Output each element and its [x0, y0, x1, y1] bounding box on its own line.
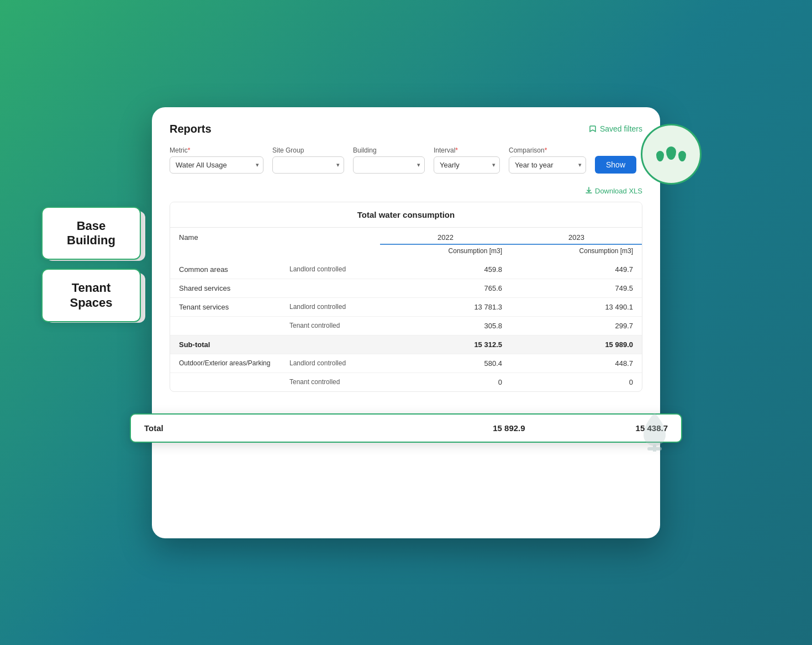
table-title: Total water consumption	[170, 202, 642, 228]
site-group-label: Site Group	[272, 146, 344, 154]
header-row: Reports Saved filters	[170, 123, 642, 135]
metric-select[interactable]: Water All Usage Electricity Usage Gas Us…	[170, 156, 263, 174]
row-sub	[281, 279, 380, 297]
table-row: Common areas Landlord controlled 459.8 4…	[170, 260, 642, 279]
year-2023-header: 2023	[511, 228, 642, 244]
consumption-table: Name 2022 2023 Consumption [m3] Consumpt…	[170, 228, 642, 391]
download-icon	[585, 187, 593, 195]
total-bar: Total 15 892.9 15 438.7	[130, 413, 682, 443]
row-val-2023: 0	[511, 373, 642, 391]
metric-filter-group: Metric* Water All Usage Electricity Usag…	[170, 146, 263, 174]
saved-filters-button[interactable]: Saved filters	[589, 124, 642, 133]
total-label: Total	[144, 423, 493, 433]
consumption-2022-header: Consumption [m3]	[380, 244, 511, 260]
row-name	[170, 316, 281, 335]
building-select-wrapper[interactable]	[353, 156, 425, 174]
row-val-2023: 449.7	[511, 260, 642, 279]
download-xls-button[interactable]: Download XLS	[585, 187, 642, 195]
download-row: Download XLS	[170, 187, 642, 195]
name-sub-header	[170, 244, 281, 260]
row-val-2022: 765.6	[380, 279, 511, 297]
row-val-2022: 305.8	[380, 316, 511, 335]
page-title: Reports	[170, 123, 212, 135]
total-2022: 15 892.9	[493, 423, 525, 433]
comparison-filter-group: Comparison* Year to year None	[509, 146, 586, 174]
water-drop-2	[666, 146, 676, 160]
water-icon-circle	[641, 124, 702, 185]
row-val-2023: 13 490.1	[511, 297, 642, 316]
site-group-select[interactable]	[272, 156, 344, 174]
row-val-2023: 448.7	[511, 354, 642, 373]
table-row: Tenant controlled 0 0	[170, 373, 642, 391]
name-col-header: Name	[170, 228, 380, 244]
row-sub: Landlord controlled	[281, 354, 380, 373]
interval-filter-group: Interval* Yearly Monthly Quarterly	[434, 146, 500, 174]
tenant-spaces-card[interactable]: Tenant Spaces	[41, 269, 141, 322]
row-name: Tenant services	[170, 297, 281, 316]
year-2022-header: 2022	[380, 228, 511, 244]
table-row: Outdoor/Exterior areas/Parking Landlord …	[170, 354, 642, 373]
filters-row: Metric* Water All Usage Electricity Usag…	[170, 146, 642, 174]
comparison-select[interactable]: Year to year None	[509, 156, 586, 174]
sub-header	[281, 244, 380, 260]
interval-select[interactable]: Yearly Monthly Quarterly	[434, 156, 500, 174]
subtotal-label: Sub-total	[170, 335, 281, 354]
tenant-spaces-label: Tenant Spaces	[70, 281, 112, 309]
base-building-label: Base Building	[67, 219, 115, 247]
row-name: Shared services	[170, 279, 281, 297]
row-name: Outdoor/Exterior areas/Parking	[170, 354, 281, 373]
row-val-2022: 0	[380, 373, 511, 391]
table-row: Tenant services Landlord controlled 13 7…	[170, 297, 642, 316]
building-label: Building	[353, 146, 425, 154]
water-drop-1	[656, 151, 664, 161]
show-button[interactable]: Show	[595, 156, 636, 174]
site-group-select-wrapper[interactable]	[272, 156, 344, 174]
tenant-spaces-card-wrap: Tenant Spaces	[41, 269, 141, 322]
data-table-section: Total water consumption Name 2022 2023	[170, 202, 642, 392]
table-row: Tenant controlled 305.8 299.7	[170, 316, 642, 335]
table-row: Shared services 765.6 749.5	[170, 279, 642, 297]
building-select[interactable]	[353, 156, 425, 174]
metric-label: Metric*	[170, 146, 263, 154]
row-sub: Tenant controlled	[281, 316, 380, 335]
base-building-card[interactable]: Base Building	[41, 207, 141, 260]
subtotal-2023: 15 989.0	[511, 335, 642, 354]
col-header-row: Consumption [m3] Consumption [m3]	[170, 244, 642, 260]
comparison-select-wrapper[interactable]: Year to year None	[509, 156, 586, 174]
row-sub: Landlord controlled	[281, 260, 380, 279]
row-val-2022: 580.4	[380, 354, 511, 373]
row-name	[170, 373, 281, 391]
popout-container: Base Building Tenant Spaces	[41, 207, 141, 323]
metric-select-wrapper[interactable]: Water All Usage Electricity Usage Gas Us…	[170, 156, 263, 174]
bookmark-icon	[589, 125, 597, 133]
row-val-2023: 299.7	[511, 316, 642, 335]
row-sub: Tenant controlled	[281, 373, 380, 391]
water-drop-3	[678, 151, 686, 161]
row-val-2023: 749.5	[511, 279, 642, 297]
subtotal-2022: 15 312.5	[380, 335, 511, 354]
interval-label: Interval*	[434, 146, 500, 154]
subtotal-sub	[281, 335, 380, 354]
row-name: Common areas	[170, 260, 281, 279]
row-sub: Landlord controlled	[281, 297, 380, 316]
logo-mark	[632, 407, 677, 454]
base-building-card-wrap: Base Building	[41, 207, 141, 260]
building-filter-group: Building	[353, 146, 425, 174]
year-header-row: Name 2022 2023	[170, 228, 642, 244]
site-group-filter-group: Site Group	[272, 146, 344, 174]
row-val-2022: 13 781.3	[380, 297, 511, 316]
row-val-2022: 459.8	[380, 260, 511, 279]
comparison-label: Comparison*	[509, 146, 586, 154]
consumption-2023-header: Consumption [m3]	[511, 244, 642, 260]
subtotal-row: Sub-total 15 312.5 15 989.0	[170, 335, 642, 354]
interval-select-wrapper[interactable]: Yearly Monthly Quarterly	[434, 156, 500, 174]
table-body: Common areas Landlord controlled 459.8 4…	[170, 260, 642, 391]
